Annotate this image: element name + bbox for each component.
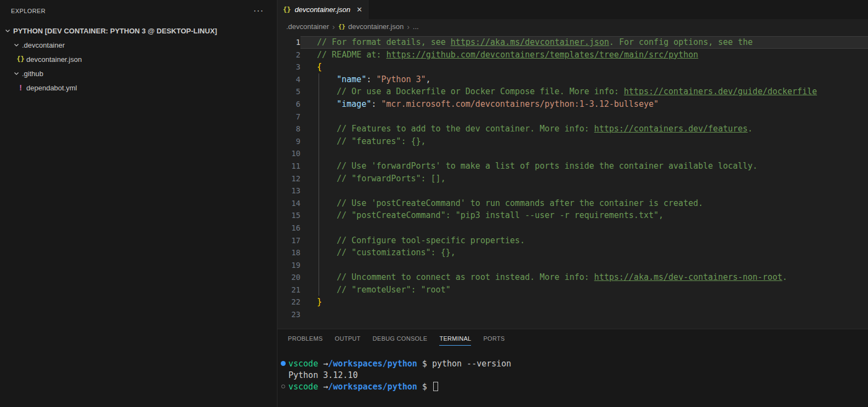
- code-line[interactable]: 14// Use 'postCreateCommand' to run comm…: [277, 197, 868, 210]
- code-content: // Use 'postCreateCommand' to run comman…: [300, 197, 703, 210]
- line-number[interactable]: 23: [277, 308, 300, 321]
- json-file-icon: {}: [16, 55, 25, 63]
- code-line[interactable]: 6"image": "mcr.microsoft.com/devcontaine…: [277, 98, 868, 111]
- code-token: "mcr.microsoft.com/devcontainers/python:…: [381, 99, 659, 109]
- line-number[interactable]: 3: [277, 61, 300, 73]
- panel-tab-output[interactable]: OUTPUT: [329, 329, 367, 348]
- line-number[interactable]: 10: [277, 147, 300, 160]
- explorer-sidebar: EXPLORER ··· PYTHON [DEV CONTAINER: PYTH…: [0, 0, 277, 407]
- code-token: // "customizations": {},: [337, 248, 456, 257]
- code-content: }: [300, 296, 322, 308]
- code-content: // Uncomment to connect as root instead.…: [300, 271, 787, 284]
- code-line[interactable]: 9// "features": {},: [277, 135, 868, 148]
- tree-item-python-dev-container-python-3-desktop-linux[interactable]: PYTHON [DEV CONTAINER: PYTHON 3 @ DESKTO…: [0, 24, 277, 38]
- tab-devcontainer-json[interactable]: {} devcontainer.json ✕: [277, 0, 368, 19]
- explorer-title: EXPLORER: [11, 8, 46, 14]
- code-editor[interactable]: 1// For format details, see https://aka.…: [277, 34, 868, 329]
- line-number[interactable]: 7: [277, 111, 300, 123]
- code-line[interactable]: 20// Uncomment to connect as root instea…: [277, 271, 868, 284]
- panel-tab-ports[interactable]: PORTS: [477, 329, 510, 348]
- code-line[interactable]: 19: [277, 259, 868, 272]
- tree-item-devcontainer[interactable]: .devcontainer: [0, 38, 277, 52]
- line-number[interactable]: 14: [277, 197, 300, 210]
- code-token: :: [366, 74, 376, 84]
- close-icon[interactable]: ✕: [356, 5, 362, 14]
- terminal-text: vscode: [288, 382, 318, 392]
- line-number[interactable]: 9: [277, 135, 300, 148]
- line-number[interactable]: 1: [277, 36, 300, 49]
- code-line[interactable]: 15// "postCreateCommand": "pip3 install …: [277, 209, 868, 222]
- command-decoration-icon[interactable]: [279, 361, 287, 366]
- tree-item-devcontainer-json[interactable]: {}devcontainer.json: [0, 52, 277, 66]
- code-token: :: [371, 99, 381, 109]
- tree-item-label: .devcontainer: [22, 41, 65, 49]
- code-token: // "forwardPorts": [],: [337, 174, 446, 184]
- code-content: "image": "mcr.microsoft.com/devcontainer…: [300, 98, 659, 111]
- code-line[interactable]: 10: [277, 147, 868, 160]
- line-number[interactable]: 21: [277, 284, 300, 296]
- code-line[interactable]: 8// Features to add to the dev container…: [277, 123, 868, 135]
- code-line[interactable]: 7: [277, 111, 868, 123]
- line-number[interactable]: 20: [277, 271, 300, 284]
- code-link[interactable]: https://aka.ms/dev-containers-non-root: [594, 272, 782, 282]
- code-token: {: [317, 62, 322, 72]
- code-line[interactable]: 11// Use 'forwardPorts' to make a list o…: [277, 160, 868, 173]
- code-line[interactable]: 21// "remoteUser": "root": [277, 284, 868, 296]
- code-line[interactable]: 23: [277, 308, 868, 321]
- line-number[interactable]: 12: [277, 173, 300, 185]
- line-number[interactable]: 17: [277, 234, 300, 247]
- line-number[interactable]: 19: [277, 259, 300, 272]
- tree-item-github[interactable]: .github: [0, 66, 277, 81]
- line-number[interactable]: 18: [277, 247, 300, 259]
- code-content: // "features": {},: [300, 135, 426, 148]
- panel-tab-problems[interactable]: PROBLEMS: [282, 329, 329, 348]
- breadcrumb-symbol[interactable]: ...: [413, 22, 419, 31]
- code-line[interactable]: 22}: [277, 296, 868, 308]
- tree-item-label: PYTHON [DEV CONTAINER: PYTHON 3 @ DESKTO…: [13, 27, 217, 35]
- line-number[interactable]: 13: [277, 185, 300, 197]
- line-number[interactable]: 15: [277, 209, 300, 222]
- code-link[interactable]: https://aka.ms/devcontainer.json: [451, 37, 609, 47]
- breadcrumb-file[interactable]: devcontainer.json: [348, 22, 404, 31]
- code-content: // Configure tool-specific properties.: [300, 234, 525, 247]
- code-line[interactable]: 5// Or use a Dockerfile or Docker Compos…: [277, 85, 868, 98]
- panel-tab-terminal[interactable]: TERMINAL: [433, 329, 477, 348]
- code-content: [300, 147, 337, 160]
- tree-item-label: .github: [22, 70, 43, 78]
- code-content: // For format details, see https://aka.m…: [300, 36, 753, 49]
- code-link[interactable]: https://containers.dev/features: [594, 124, 748, 134]
- code-line[interactable]: 16: [277, 222, 868, 234]
- code-line[interactable]: 2// README at: https://github.com/devcon…: [277, 49, 868, 61]
- code-line[interactable]: 3{: [277, 61, 868, 73]
- line-number[interactable]: 2: [277, 49, 300, 61]
- code-link[interactable]: https://containers.dev/guide/dockerfile: [624, 87, 817, 96]
- line-number[interactable]: 16: [277, 222, 300, 234]
- tree-item-dependabot-yml[interactable]: !dependabot.yml: [0, 81, 277, 95]
- code-content: // "postCreateCommand": "pip3 install --…: [300, 209, 663, 222]
- code-link[interactable]: https://github.com/devcontainers/templat…: [386, 50, 698, 60]
- line-number[interactable]: 4: [277, 73, 300, 86]
- code-line[interactable]: 12// "forwardPorts": [],: [277, 173, 868, 185]
- line-number[interactable]: 6: [277, 98, 300, 111]
- more-actions-icon[interactable]: ···: [253, 8, 264, 14]
- line-number[interactable]: 11: [277, 160, 300, 173]
- command-decoration-icon[interactable]: [279, 385, 287, 388]
- bottom-panel: PROBLEMSOUTPUTDEBUG CONSOLETERMINALPORTS…: [277, 329, 868, 407]
- code-line[interactable]: 1// For format details, see https://aka.…: [277, 36, 868, 49]
- line-number[interactable]: 5: [277, 85, 300, 98]
- terminal-text: [318, 382, 323, 392]
- line-number[interactable]: 8: [277, 123, 300, 135]
- code-line[interactable]: 18// "customizations": {},: [277, 247, 868, 259]
- code-content: [300, 185, 337, 197]
- code-token: // Configure tool-specific properties.: [337, 236, 525, 245]
- code-line[interactable]: 17// Configure tool-specific properties.: [277, 234, 868, 247]
- terminal[interactable]: vscode →/workspaces/python $ python --ve…: [277, 348, 868, 407]
- code-line[interactable]: 13: [277, 185, 868, 197]
- breadcrumb-folder[interactable]: .devcontainer: [286, 22, 329, 31]
- code-token: . For config options, see the: [609, 37, 753, 47]
- code-line[interactable]: 4"name": "Python 3",: [277, 73, 868, 86]
- code-content: // Features to add to the dev container.…: [300, 123, 753, 135]
- line-number[interactable]: 22: [277, 296, 300, 308]
- panel-tab-debug-console[interactable]: DEBUG CONSOLE: [367, 329, 434, 348]
- terminal-text: vscode: [288, 359, 318, 369]
